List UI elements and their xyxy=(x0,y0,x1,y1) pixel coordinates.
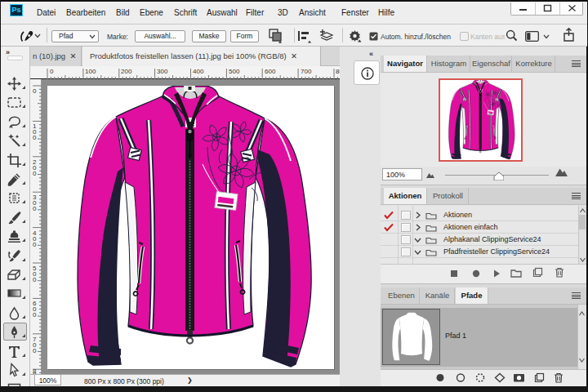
svg-text:0: 0 xyxy=(33,347,37,354)
svg-text:700: 700 xyxy=(301,68,312,75)
svg-text:0: 0 xyxy=(33,276,37,283)
svg-text:300: 300 xyxy=(157,68,168,75)
svg-text:0: 0 xyxy=(50,68,54,75)
svg-text:100: 100 xyxy=(85,68,96,75)
svg-text:500: 500 xyxy=(229,68,240,75)
svg-text:0: 0 xyxy=(33,241,37,248)
svg-text:8: 8 xyxy=(33,368,37,374)
svg-text:0: 0 xyxy=(33,87,37,95)
svg-text:0: 0 xyxy=(33,311,37,318)
svg-text:0: 0 xyxy=(33,170,37,177)
svg-text:200: 200 xyxy=(121,68,132,75)
svg-text:0: 0 xyxy=(33,205,37,212)
svg-text:0: 0 xyxy=(33,134,37,141)
svg-text:600: 600 xyxy=(265,68,276,75)
svg-text:400: 400 xyxy=(193,68,204,75)
